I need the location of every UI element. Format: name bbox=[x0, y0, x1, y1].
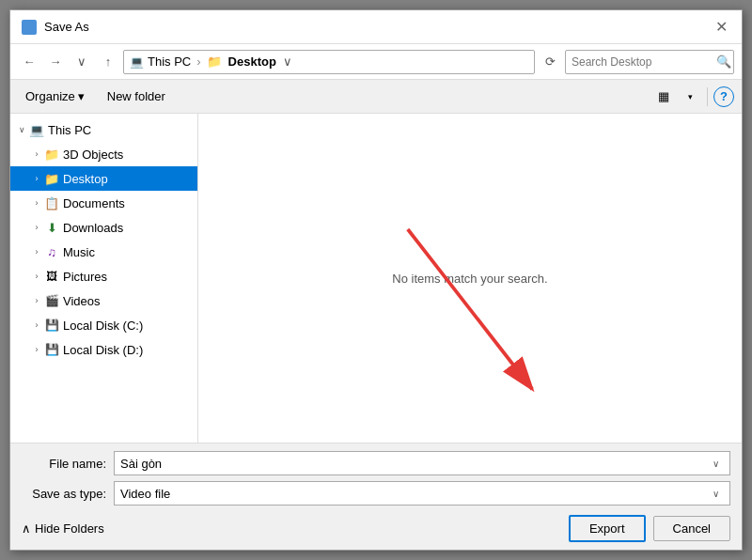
toolbar-right: ▦ ▾ ? bbox=[652, 86, 734, 108]
breadcrumb-desktop[interactable]: 📁 Desktop bbox=[207, 54, 276, 70]
hide-folders-icon: ∧ bbox=[22, 521, 31, 536]
help-button[interactable]: ? bbox=[713, 86, 734, 107]
action-row: ∧ Hide Folders Export Cancel bbox=[22, 511, 730, 542]
nav-dropdown-button[interactable]: ∨ bbox=[70, 51, 93, 73]
breadcrumb-this-pc-label: This PC bbox=[148, 54, 191, 69]
music-icon bbox=[44, 244, 59, 259]
sidebar-item-desktop[interactable]: › 📁 Desktop bbox=[10, 166, 197, 191]
toggle-desktop[interactable]: › bbox=[29, 171, 44, 186]
export-button[interactable]: Export bbox=[569, 515, 646, 542]
toggle-3d-objects[interactable]: › bbox=[29, 147, 44, 162]
organize-dropdown-icon: ▾ bbox=[78, 89, 85, 103]
toggle-pictures[interactable]: › bbox=[29, 269, 44, 284]
title-bar-left: Save As bbox=[22, 20, 89, 35]
no-items-message: No items match your search. bbox=[392, 272, 547, 286]
cancel-button[interactable]: Cancel bbox=[653, 516, 730, 541]
up-button[interactable]: ↑ bbox=[97, 51, 119, 73]
breadcrumb-computer-icon: 💻 bbox=[130, 55, 144, 69]
drive-d-icon bbox=[44, 342, 59, 357]
toggle-this-pc[interactable]: ∨ bbox=[14, 122, 29, 137]
breadcrumb-desktop-label: Desktop bbox=[228, 54, 276, 69]
action-buttons: Export Cancel bbox=[569, 515, 730, 542]
title-bar: Save As ✕ bbox=[10, 10, 742, 44]
savetype-row: Save as type: Video file ∨ bbox=[22, 481, 730, 506]
search-input[interactable] bbox=[572, 55, 713, 69]
save-as-dialog: Save As ✕ ← → ∨ ↑ 💻 This PC › 📁 Desktop … bbox=[9, 9, 743, 551]
breadcrumb-dropdown-button[interactable]: ∨ bbox=[280, 54, 295, 70]
savetype-value: Video file bbox=[120, 487, 707, 501]
sidebar: ∨ 💻 This PC › 📁 3D Objects › 📁 Desktop bbox=[10, 114, 198, 443]
organize-button[interactable]: Organize ▾ bbox=[18, 87, 92, 105]
sidebar-scroll[interactable]: ∨ 💻 This PC › 📁 3D Objects › 📁 Desktop bbox=[10, 114, 197, 443]
pictures-icon bbox=[44, 269, 59, 284]
3d-objects-label: 3D Objects bbox=[63, 148, 123, 162]
content-area: No items match your search. bbox=[198, 114, 742, 443]
breadcrumb-sep-1: › bbox=[196, 54, 200, 69]
breadcrumb-folder-icon: 📁 bbox=[207, 54, 222, 70]
dialog-title: Save As bbox=[44, 20, 89, 34]
breadcrumb[interactable]: 💻 This PC › 📁 Desktop ∨ bbox=[123, 50, 535, 74]
sidebar-item-pictures[interactable]: › Pictures bbox=[10, 264, 197, 288]
pictures-label: Pictures bbox=[63, 270, 107, 284]
main-area: ∨ 💻 This PC › 📁 3D Objects › 📁 Desktop bbox=[10, 114, 742, 443]
filename-input[interactable] bbox=[120, 457, 707, 471]
breadcrumb-this-pc[interactable]: This PC bbox=[148, 54, 191, 69]
3d-folder-icon: 📁 bbox=[44, 147, 59, 162]
filename-input-container[interactable]: ∨ bbox=[114, 451, 730, 475]
view-dropdown-icon: ▾ bbox=[688, 92, 693, 101]
documents-icon: 📋 bbox=[44, 195, 59, 210]
nav-bar: ← → ∨ ↑ 💻 This PC › 📁 Desktop ∨ ⟳ 🔍 bbox=[10, 44, 742, 80]
new-folder-button[interactable]: New folder bbox=[100, 87, 173, 105]
documents-label: Documents bbox=[63, 196, 125, 210]
videos-icon bbox=[44, 293, 59, 308]
toggle-local-c[interactable]: › bbox=[29, 318, 44, 333]
search-icon: 🔍 bbox=[716, 54, 731, 69]
new-folder-label: New folder bbox=[107, 89, 165, 103]
help-icon: ? bbox=[720, 89, 728, 103]
bottom-section: File name: ∨ Save as type: Video file ∨ … bbox=[10, 443, 742, 550]
toolbar-separator bbox=[707, 87, 708, 106]
organize-label: Organize bbox=[25, 89, 75, 103]
sidebar-item-this-pc[interactable]: ∨ 💻 This PC bbox=[10, 117, 197, 142]
filename-dropdown-icon[interactable]: ∨ bbox=[707, 459, 724, 469]
savetype-input-container[interactable]: Video file ∨ bbox=[114, 481, 730, 506]
view-button[interactable]: ▦ bbox=[652, 86, 675, 108]
desktop-label: Desktop bbox=[63, 172, 108, 186]
dialog-icon bbox=[22, 20, 37, 35]
back-button[interactable]: ← bbox=[18, 51, 40, 73]
computer-icon: 💻 bbox=[29, 122, 44, 137]
local-d-label: Local Disk (D:) bbox=[63, 343, 143, 357]
savetype-dropdown-icon[interactable]: ∨ bbox=[707, 489, 724, 499]
local-c-label: Local Disk (C:) bbox=[63, 319, 143, 333]
sidebar-item-music[interactable]: › Music bbox=[10, 240, 197, 264]
view-icon: ▦ bbox=[658, 89, 669, 103]
forward-button[interactable]: → bbox=[44, 51, 67, 73]
drive-c-icon bbox=[44, 318, 59, 333]
this-pc-label: This PC bbox=[48, 123, 91, 137]
view-dropdown-button[interactable]: ▾ bbox=[679, 86, 701, 108]
filename-row: File name: ∨ bbox=[22, 451, 730, 475]
downloads-label: Downloads bbox=[63, 221, 123, 235]
sidebar-item-local-d[interactable]: › Local Disk (D:) bbox=[10, 337, 197, 362]
sidebar-item-local-c[interactable]: › Local Disk (C:) bbox=[10, 313, 197, 337]
toggle-downloads[interactable]: › bbox=[29, 220, 44, 235]
downloads-icon bbox=[44, 220, 59, 235]
toggle-music[interactable]: › bbox=[29, 244, 44, 259]
close-button[interactable]: ✕ bbox=[712, 18, 730, 37]
hide-folders-button[interactable]: ∧ Hide Folders bbox=[22, 521, 104, 536]
toggle-videos[interactable]: › bbox=[29, 293, 44, 308]
toggle-documents[interactable]: › bbox=[29, 195, 44, 210]
sidebar-item-documents[interactable]: › 📋 Documents bbox=[10, 191, 197, 215]
refresh-button[interactable]: ⟳ bbox=[539, 51, 561, 73]
toolbar: Organize ▾ New folder ▦ ▾ ? bbox=[10, 80, 742, 114]
search-box[interactable]: 🔍 bbox=[565, 50, 734, 74]
sidebar-item-downloads[interactable]: › Downloads bbox=[10, 215, 197, 240]
savetype-label: Save as type: bbox=[22, 487, 106, 501]
sidebar-item-3d-objects[interactable]: › 📁 3D Objects bbox=[10, 142, 197, 166]
svg-line-1 bbox=[408, 229, 532, 389]
videos-label: Videos bbox=[63, 294, 101, 308]
music-label: Music bbox=[63, 245, 95, 259]
hide-folders-label: Hide Folders bbox=[35, 521, 104, 536]
sidebar-item-videos[interactable]: › Videos bbox=[10, 288, 197, 313]
toggle-local-d[interactable]: › bbox=[29, 342, 44, 357]
